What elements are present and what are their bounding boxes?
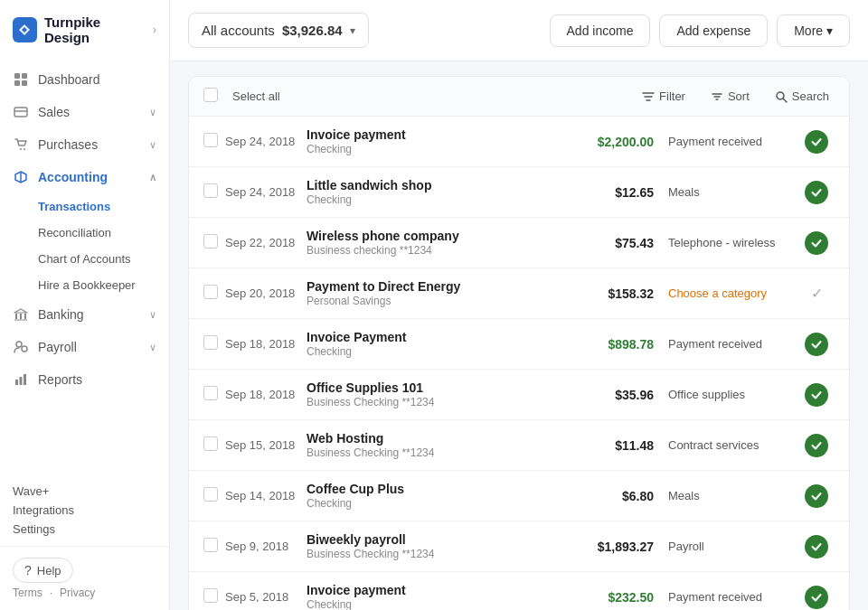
sidebar-item-sales[interactable]: Sales ∨: [0, 96, 169, 128]
status-done-icon: [805, 130, 828, 154]
row-checkbox-8[interactable]: [203, 538, 225, 555]
svg-rect-10: [20, 314, 22, 319]
sidebar-item-reconciliation[interactable]: Reconciliation: [38, 220, 169, 246]
row-checkbox-3[interactable]: [203, 285, 225, 302]
account-chevron-icon: ▾: [350, 24, 355, 37]
row-amount-4: $898.78: [572, 337, 654, 352]
sidebar-item-reports-label: Reports: [38, 372, 82, 387]
row-checkbox-7[interactable]: [203, 487, 225, 504]
row-checkbox-4[interactable]: [203, 335, 225, 352]
table-row: Sep 14, 2018 Coffee Cup Plus Checking $6…: [189, 471, 849, 521]
row-description-0: Invoice payment Checking: [307, 127, 572, 155]
status-done-icon: [805, 231, 828, 255]
svg-point-6: [20, 148, 22, 150]
sidebar-item-reports[interactable]: Reports: [0, 363, 169, 396]
row-category-1: Meals: [654, 185, 798, 199]
svg-point-13: [22, 346, 27, 352]
sort-icon: [711, 90, 723, 103]
terms-link[interactable]: Terms: [13, 587, 42, 599]
transaction-list: Sep 24, 2018 Invoice payment Checking $2…: [189, 117, 849, 610]
row-checkbox-2[interactable]: [203, 234, 225, 251]
row-category-3[interactable]: Choose a category: [654, 286, 798, 300]
row-status-7: [798, 484, 835, 508]
sidebar-item-purchases[interactable]: Purchases ∨: [0, 128, 169, 161]
sidebar-item-chart-of-accounts[interactable]: Chart of Accounts: [38, 246, 169, 272]
help-circle-icon: ?: [24, 563, 32, 577]
sidebar-logo[interactable]: Turnpike Design ›: [0, 0, 169, 60]
sidebar-item-dashboard[interactable]: Dashboard: [0, 63, 169, 96]
row-title-4: Invoice Payment: [307, 330, 572, 344]
row-account-4: Checking: [307, 345, 572, 358]
row-title-6: Web Hosting: [307, 431, 572, 446]
status-done-icon: [805, 333, 828, 356]
row-description-4: Invoice Payment Checking: [307, 330, 572, 358]
row-checkbox-1[interactable]: [203, 183, 225, 201]
logo-chevron-icon: ›: [153, 23, 156, 36]
row-checkbox-0[interactable]: [203, 133, 225, 150]
sidebar-item-purchases-label: Purchases: [38, 137, 98, 152]
svg-rect-3: [22, 80, 27, 86]
sidebar-item-hire-bookkeeper[interactable]: Hire a Bookkeeper: [38, 272, 169, 298]
integrations-link[interactable]: Integrations: [13, 501, 156, 520]
sidebar-item-accounting-label: Accounting: [38, 170, 108, 184]
svg-rect-14: [15, 380, 18, 385]
row-date-2: Sep 22, 2018: [225, 236, 307, 249]
row-category-9: Payment received: [654, 590, 798, 604]
table-row: Sep 18, 2018 Office Supplies 101 Busines…: [189, 370, 849, 420]
status-done-icon: [805, 535, 828, 558]
row-checkbox-5[interactable]: [203, 386, 225, 403]
filter-icon: [642, 90, 655, 103]
row-description-9: Invoice payment Checking: [307, 583, 572, 610]
privacy-link[interactable]: Privacy: [60, 587, 95, 599]
sort-label: Sort: [728, 89, 750, 103]
filter-button[interactable]: Filter: [637, 86, 691, 107]
sidebar-item-dashboard-label: Dashboard: [38, 72, 100, 87]
sort-button[interactable]: Sort: [705, 86, 755, 107]
header-actions: Add income Add expense More ▾: [550, 14, 850, 47]
sidebar-item-transactions[interactable]: Transactions: [38, 193, 169, 220]
table-header: Select all Filter Sort Search: [189, 77, 849, 117]
row-account-1: Checking: [307, 193, 572, 206]
row-checkbox-9[interactable]: [203, 588, 225, 605]
add-expense-button[interactable]: Add expense: [659, 14, 768, 47]
row-status-1: [798, 181, 835, 204]
settings-link[interactable]: Settings: [13, 520, 156, 539]
purchases-icon: [13, 136, 29, 153]
banking-icon: [13, 306, 29, 323]
status-pending-icon: ✓: [811, 285, 823, 302]
row-checkbox-6[interactable]: [203, 436, 225, 454]
search-button[interactable]: Search: [769, 86, 835, 107]
sidebar-item-banking[interactable]: Banking ∨: [0, 298, 169, 331]
accounting-icon: [13, 169, 29, 185]
row-account-0: Checking: [307, 143, 572, 155]
row-date-3: Sep 20, 2018: [225, 286, 307, 300]
row-status-9: [798, 586, 835, 609]
sidebar-item-banking-label: Banking: [38, 307, 84, 322]
row-status-3: ✓: [798, 285, 835, 302]
row-description-2: Wireless phone company Business checking…: [307, 229, 572, 257]
purchases-chevron-icon: ∨: [149, 139, 156, 151]
wave-plus-link[interactable]: Wave+: [13, 482, 156, 501]
more-chevron-icon: ▾: [826, 23, 833, 38]
sales-icon: [13, 104, 29, 120]
banking-chevron-icon: ∨: [149, 309, 156, 321]
row-status-6: [798, 434, 835, 457]
row-description-7: Coffee Cup Plus Checking: [307, 482, 572, 510]
svg-rect-4: [14, 108, 27, 117]
add-income-button[interactable]: Add income: [550, 14, 651, 47]
sidebar-bottom: ? Help Terms · Privacy: [0, 546, 169, 610]
row-category-0: Payment received: [654, 135, 798, 148]
sidebar-item-accounting[interactable]: Accounting ∧: [0, 161, 169, 193]
account-selector[interactable]: All accounts $3,926.84 ▾: [188, 13, 369, 48]
select-all-checkbox[interactable]: [203, 88, 225, 105]
row-status-0: [798, 130, 835, 154]
help-button[interactable]: ? Help: [13, 558, 73, 583]
row-description-8: Biweekly payroll Business Checking **123…: [307, 532, 572, 560]
sidebar-item-payroll[interactable]: Payroll ∨: [0, 331, 169, 363]
more-button[interactable]: More ▾: [777, 14, 850, 47]
row-title-0: Invoice payment: [307, 127, 572, 142]
svg-rect-9: [15, 314, 17, 319]
row-description-5: Office Supplies 101 Business Checking **…: [307, 380, 572, 408]
table-row: Sep 9, 2018 Biweekly payroll Business Ch…: [189, 521, 849, 572]
transaction-table: Select all Filter Sort Search: [188, 76, 850, 610]
